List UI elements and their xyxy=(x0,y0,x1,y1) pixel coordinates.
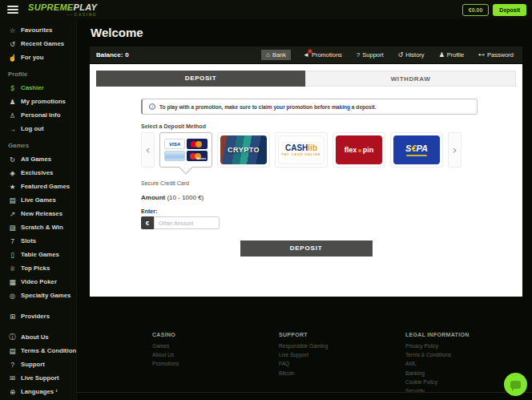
balance-bar-button[interactable]: ⊷ Password xyxy=(476,50,516,60)
sidebar-section-profile: Profile xyxy=(0,64,76,81)
document-icon: ▤ xyxy=(8,347,17,355)
footer-column: SUPPORT Responsible GamingLive SupportFA… xyxy=(279,332,405,397)
sidebar-item-label: Cashier xyxy=(21,84,44,91)
sidebar-item[interactable]: ⊞ Providers xyxy=(0,309,76,323)
promotion-notice: i To play with a promotion, make sure to… xyxy=(141,99,478,115)
chat-bubble-icon xyxy=(510,381,521,389)
live-chat-button[interactable] xyxy=(504,373,527,396)
clock-icon: ↺ xyxy=(398,51,404,59)
sidebar-item[interactable]: 7 Slots xyxy=(0,234,76,248)
sidebar-item[interactable]: $ Cashier xyxy=(0,81,76,95)
sidebar-item-label: Table Games xyxy=(21,251,59,258)
sidebar-item[interactable]: ♕ Top Picks xyxy=(0,261,76,275)
tab-deposit[interactable]: DEPOSIT xyxy=(96,71,305,87)
sidebar-item[interactable]: ▨ Scratch & Win xyxy=(0,220,76,234)
sidebar-item[interactable]: ↺ Recent Games xyxy=(0,37,76,51)
balance-bar-button[interactable]: ◄ Promotions xyxy=(300,50,345,60)
promotions-person-icon: ♟ xyxy=(8,98,17,106)
sidebar-item[interactable]: ▤ Terms & Conditions xyxy=(0,344,76,358)
footer-link[interactable]: Responsible Gaming xyxy=(279,343,405,349)
payment-method-cashlib[interactable]: CASHlib PAY CASH ONLINE xyxy=(275,132,328,168)
payment-method-sepa[interactable]: S€PA xyxy=(390,132,443,168)
sidebar-item-label: For you xyxy=(21,54,44,61)
footer-link[interactable]: Bitcoin xyxy=(279,370,405,376)
footer-column-title: SUPPORT xyxy=(279,332,405,337)
balance-bar-button-label: Bank xyxy=(272,51,286,59)
brand-tagline: CASINO xyxy=(28,13,97,17)
sidebar-item[interactable]: ↗ New Releases xyxy=(0,207,76,220)
amount-input[interactable] xyxy=(154,216,220,229)
sidebar-item-label: Live Support xyxy=(21,374,59,382)
cashlib-logo: CASHlib PAY CASH ONLINE xyxy=(278,135,324,164)
sidebar-item[interactable]: ✉ Live Support xyxy=(0,371,76,385)
footer-column-title: CASINO xyxy=(152,332,279,337)
tab-withdraw[interactable]: WITHDRAW xyxy=(305,71,516,87)
payment-method-crypto[interactable]: CRYPTO xyxy=(217,132,270,168)
crypto-logo: CRYPTO xyxy=(220,135,267,164)
sidebar-item-label: All Games xyxy=(21,156,51,163)
sidebar-item[interactable]: ◎ Specialty Games xyxy=(0,289,76,302)
footer-link[interactable]: Terms & Conditions xyxy=(405,352,532,358)
payment-method-credit-card[interactable]: VISA Maestro xyxy=(159,132,212,168)
balance-bar-button[interactable]: ♟ Profile xyxy=(437,50,466,60)
sidebar-item-label: Favourites xyxy=(21,26,52,34)
sidebar-item-label: Recent Games xyxy=(21,40,64,47)
balance-bar: Balance: 0 ⌂ Bank ◄ Promotions ? Suppo xyxy=(90,46,522,63)
sidebar-item[interactable]: ★ Featured Games xyxy=(0,180,76,193)
balance-bar-button[interactable]: ↺ History xyxy=(396,50,427,60)
sidebar-item[interactable]: ↻ All Games xyxy=(0,152,76,166)
footer-link[interactable]: Promotions xyxy=(152,361,279,366)
sidebar-item[interactable]: ? Support xyxy=(0,358,76,371)
deposit-submit-button[interactable]: DEPOSIT xyxy=(240,240,373,257)
brand-logo[interactable]: SUPREMEPLAY CASINO xyxy=(28,3,97,17)
sidebar-item-label: Languages ¹ xyxy=(21,388,58,395)
footer-link[interactable]: FAQ xyxy=(279,361,405,366)
header-deposit-button[interactable]: Deposit xyxy=(493,4,526,16)
sidebar-item[interactable]: ⓘ About Us xyxy=(0,330,76,344)
sidebar-item[interactable]: ☆ Favourites xyxy=(0,23,76,37)
sidebar-item[interactable]: ▦ Video Poker xyxy=(0,275,76,289)
footer-link[interactable]: About Us xyxy=(152,352,279,358)
payment-method-flexepin[interactable]: flexpin xyxy=(332,132,385,168)
balance-label: Balance: xyxy=(96,51,123,59)
sidebar-item-label: About Us xyxy=(21,333,49,341)
balance-value: 0 xyxy=(125,51,128,59)
footer-link[interactable]: Games xyxy=(152,343,279,349)
select-method-label: Select a Deposit Method xyxy=(141,123,516,129)
carousel-right-arrow-icon[interactable]: › xyxy=(448,132,461,168)
balance-bar-button[interactable]: ⌂ Bank xyxy=(261,50,291,60)
carousel-left-arrow-icon[interactable]: ‹ xyxy=(141,132,155,168)
sidebar-item[interactable]: ♟ My promotions xyxy=(0,95,76,108)
sidebar-item-label: Scratch & Win xyxy=(21,224,63,231)
sidebar-item[interactable]: ☝ For you xyxy=(0,51,76,64)
question-icon: ? xyxy=(357,51,360,59)
page-title: Welcome xyxy=(91,26,532,39)
sepa-logo: S€PA xyxy=(393,135,440,164)
history-icon: ↺ xyxy=(8,40,17,48)
sidebar: ☆ Favourites ↺ Recent Games ☝ For you Pr… xyxy=(0,19,77,400)
sidebar-item[interactable]: ◈ Exclusives xyxy=(0,166,76,180)
footer-link[interactable]: Privacy Policy xyxy=(405,343,532,349)
sidebar-item-label: Terms & Conditions xyxy=(21,347,77,354)
sidebar-item[interactable]: ♙ Personal Info xyxy=(0,108,76,122)
key-icon: ⊷ xyxy=(478,51,485,59)
balance-bar-button[interactable]: ? Support xyxy=(354,50,386,60)
balance-bar-button-label: Profile xyxy=(447,51,464,59)
sidebar-item[interactable]: ⊕ Languages ¹ xyxy=(0,385,76,398)
footer-link[interactable]: Live Support xyxy=(279,352,405,358)
promotion-notice-text: To play with a promotion, make sure to c… xyxy=(159,104,377,110)
footer-column: CASINO GamesAbout UsPromotions xyxy=(152,332,279,397)
sidebar-item[interactable]: ▤ Live Games xyxy=(0,193,76,207)
sidebar-item-label: New Releases xyxy=(21,210,62,217)
sidebar-item[interactable]: ▯ Table Games xyxy=(0,248,76,261)
brand-name: SUPREMEPLAY xyxy=(28,3,97,12)
table-games-icon: ▯ xyxy=(8,251,17,259)
new-releases-icon: ↗ xyxy=(8,210,17,218)
menu-icon[interactable] xyxy=(7,4,18,15)
flexepin-logo: flexpin xyxy=(336,135,382,164)
sidebar-item[interactable]: → Log out xyxy=(0,122,76,135)
footer-link[interactable]: AML xyxy=(405,361,532,366)
balance-pill-button[interactable]: €0.00 xyxy=(462,4,490,16)
person-icon: ♟ xyxy=(439,51,445,59)
sidebar-item-label: Featured Games xyxy=(21,183,70,190)
